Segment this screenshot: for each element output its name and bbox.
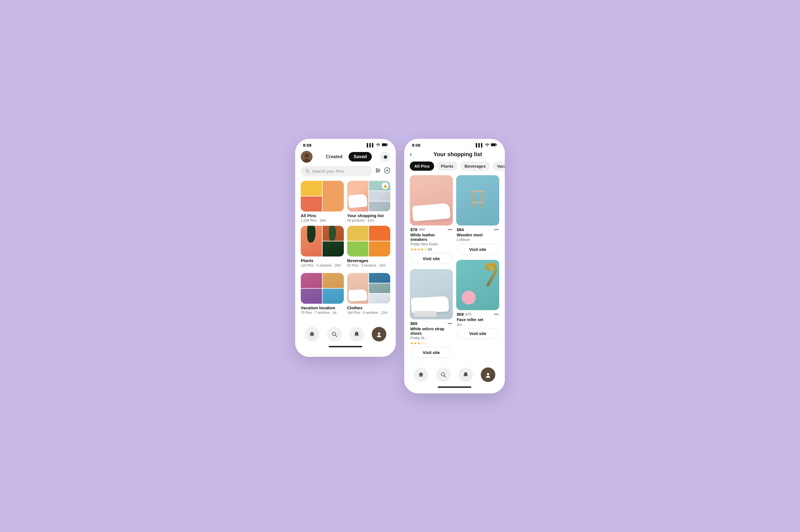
header-tabs: Created Saved <box>321 152 372 162</box>
price-row-stool: $84 ••• <box>457 227 499 232</box>
price-row-faceroller: $68 $75 ••• <box>457 312 499 317</box>
stars-sneaker2: ★★★☆☆ <box>410 341 452 345</box>
nav-search-1[interactable] <box>327 327 341 341</box>
add-button[interactable] <box>384 167 390 175</box>
product-brand-stool: Loftiture <box>457 238 499 242</box>
product-col-right: $84 ••• Wooden stool Loftiture Visit sit… <box>456 175 499 360</box>
product-img-stool[interactable] <box>456 175 499 226</box>
board-shopping[interactable]: 🔒 Your shopping list All products · 12m <box>347 181 390 223</box>
nav-home-1[interactable] <box>305 327 319 341</box>
board-title-clothes: Clothes <box>347 305 390 310</box>
nav-avatar-2[interactable] <box>481 367 495 382</box>
filter-tab-vacation[interactable]: Vacation <box>492 162 505 171</box>
back-button[interactable]: ‹ <box>410 151 412 158</box>
visit-btn-faceroller[interactable]: Visit site <box>457 328 499 339</box>
search-placeholder: Search your Pins <box>312 169 344 173</box>
product-card-sneaker2: $85 ••• White velcro strap shoes Pretty … <box>410 269 453 360</box>
price-row-sneaker2: $85 ••• <box>410 321 452 326</box>
bottom-nav-1 <box>295 324 396 344</box>
more-button-sneaker1[interactable]: ••• <box>448 227 452 232</box>
price-row-sneaker1: $78 $92 ••• <box>410 227 452 232</box>
board-plants[interactable]: Plants 123 Pins · 5 sections · 20m <box>301 226 344 267</box>
svg-point-16 <box>332 332 336 336</box>
product-info-faceroller: $68 $75 ••• Face roller set 30+ Visit si… <box>456 310 499 341</box>
svg-point-26 <box>441 373 445 376</box>
filter-tab-allpins[interactable]: All Pins <box>410 162 434 171</box>
visit-btn-sneaker2[interactable]: Visit site <box>410 347 452 358</box>
svg-rect-24 <box>481 192 483 208</box>
board-row-2: Plants 123 Pins · 5 sections · 20m <box>301 226 390 267</box>
screens-container: 8:08 ▌▌▌ <box>295 139 505 394</box>
nav-bell-1[interactable] <box>349 327 364 341</box>
board-beverages[interactable]: Beverages 62 Pins · 3 sections · 10m <box>347 226 390 267</box>
nav-search-2[interactable] <box>436 367 451 382</box>
status-icons-2: ▌▌▌ <box>476 143 497 147</box>
product-name-sneaker1: White leather sneakers <box>410 233 452 242</box>
board-title-plants: Plants <box>301 258 344 263</box>
search-actions <box>375 167 390 175</box>
price-current-faceroller: $68 <box>457 312 464 317</box>
board-meta-beverages: 62 Pins · 3 sections · 10m <box>347 264 390 267</box>
svg-line-6 <box>308 172 310 173</box>
tab-created[interactable]: Created <box>321 152 348 162</box>
product-img-sneaker1[interactable] <box>410 175 453 226</box>
board-vacation[interactable]: Vacation location 79 Pins · 7 sections ·… <box>301 273 344 315</box>
more-button-stool[interactable]: ••• <box>494 227 499 232</box>
visit-btn-sneaker1[interactable]: Visit site <box>410 253 452 264</box>
avatar-header[interactable] <box>301 151 313 163</box>
battery-icon-2 <box>491 143 497 147</box>
svg-line-17 <box>335 335 337 337</box>
stars-sneaker1: ★★★★½ 53 <box>410 247 452 251</box>
product-img-sneaker2[interactable] <box>410 269 453 319</box>
board-row-1: All Pins 1,234 Pins · 10m <box>301 181 390 223</box>
board-meta-plants: 123 Pins · 5 sections · 20m <box>301 264 344 267</box>
product-img-faceroller[interactable] <box>456 260 499 310</box>
status-icons-1: ▌▌▌ <box>367 143 388 147</box>
filter-tab-beverages[interactable]: Beverages <box>460 162 490 171</box>
svg-point-28 <box>487 373 489 375</box>
gear-icon[interactable] <box>380 152 390 162</box>
filter-tab-plants[interactable]: Plants <box>436 162 458 171</box>
board-title-beverages: Beverages <box>347 258 390 263</box>
svg-point-29 <box>486 376 490 378</box>
filter-icon[interactable] <box>375 168 381 175</box>
status-bar-2: 8:08 ▌▌▌ <box>404 139 505 150</box>
search-icon <box>305 169 310 173</box>
signal-icon-2: ▌▌▌ <box>476 143 484 147</box>
products-grid: $78 $92 ••• White leather sneakers Prett… <box>404 175 505 360</box>
wifi-icon <box>376 143 380 147</box>
price-current-sneaker2: $85 <box>410 321 417 326</box>
visit-btn-stool[interactable]: Visit site <box>457 244 499 255</box>
status-bar-1: 8:08 ▌▌▌ <box>295 139 396 150</box>
svg-rect-1 <box>382 144 387 146</box>
search-input-wrap[interactable]: Search your Pins <box>301 166 372 176</box>
product-card-faceroller: $68 $75 ••• Face roller set 30+ Visit si… <box>456 260 499 341</box>
header-1: Created Saved <box>295 150 396 166</box>
price-current-sneaker1: $78 <box>410 227 417 232</box>
nav-home-2[interactable] <box>414 367 428 382</box>
more-button-sneaker2[interactable]: ••• <box>448 321 452 326</box>
nav-avatar-1[interactable] <box>372 327 386 341</box>
tab-saved[interactable]: Saved <box>349 152 372 162</box>
svg-point-18 <box>378 332 380 335</box>
battery-icon <box>382 143 388 147</box>
board-all-pins[interactable]: All Pins 1,234 Pins · 10m <box>301 181 344 223</box>
phone-screen-2: 8:08 ▌▌▌ ‹ Your shopping list All <box>404 139 505 394</box>
board-title-vacation: Vacation location <box>301 305 344 310</box>
svg-point-3 <box>304 153 309 158</box>
nav-bell-2[interactable] <box>459 367 473 382</box>
signal-icon: ▌▌▌ <box>367 143 375 147</box>
svg-point-10 <box>376 169 377 170</box>
product-col-left: $78 $92 ••• White leather sneakers Prett… <box>410 175 453 360</box>
boards-grid: All Pins 1,234 Pins · 10m <box>295 181 396 318</box>
search-bar: Search your Pins <box>301 166 390 176</box>
board-title-all-pins: All Pins <box>301 213 344 218</box>
bottom-nav-2 <box>404 364 505 384</box>
svg-rect-23 <box>472 192 475 208</box>
svg-point-19 <box>377 335 381 337</box>
board-row-3: Vacation location 79 Pins · 7 sections ·… <box>301 273 390 315</box>
price-original-sneaker1: $92 <box>419 227 425 232</box>
board-clothes[interactable]: Clothes 164 Pins · 6 sections · 12m <box>347 273 390 315</box>
more-button-faceroller[interactable]: ••• <box>494 312 499 317</box>
product-info-sneaker1: $78 $92 ••• White leather sneakers Prett… <box>410 226 453 266</box>
